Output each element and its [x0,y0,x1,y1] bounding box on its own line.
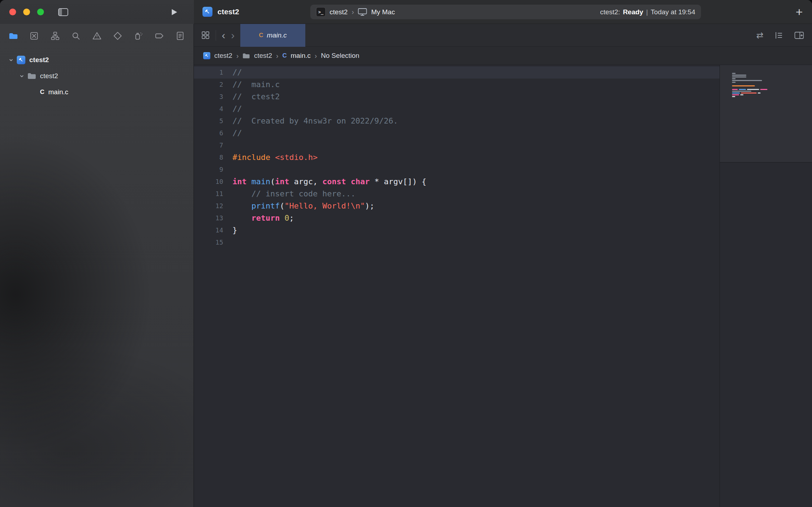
status-project: ctest2: [600,8,620,16]
scheme-destination[interactable]: My Mac [371,8,395,16]
close-window-button[interactable] [9,9,16,15]
scheme-target-icon[interactable]: >_ [316,7,326,17]
chevron-down-icon[interactable] [9,57,14,62]
line-number: 10 [194,176,230,188]
navigator-sidebar: ctest2 ctest2 C main.c [0,24,194,507]
play-icon [170,8,178,16]
code-line[interactable]: 2// main.c [194,79,720,91]
go-forward-button[interactable]: › [231,30,235,41]
jumpbar-file[interactable]: main.c [291,52,311,60]
code-text: // [230,127,242,139]
traffic-lights [9,9,44,15]
code-line[interactable]: 9 [194,164,720,176]
editor-options-icon[interactable] [774,31,783,40]
editor-actions: ⇄ [756,30,804,40]
project-tree: ctest2 ctest2 C main.c [0,47,194,100]
line-number: 2 [194,79,230,91]
run-button[interactable] [170,8,178,16]
toggle-sidebar-button[interactable] [57,7,69,17]
tree-label-file: main.c [48,88,68,96]
code-line[interactable]: 13 return 0; [194,212,720,224]
line-number: 12 [194,200,230,212]
c-file-icon: C [40,89,44,96]
code-line[interactable]: 11 // insert code here... [194,188,720,200]
tab-main-c[interactable]: C main.c [240,24,305,47]
tree-label-group: ctest2 [40,72,58,80]
tree-row-file-selected[interactable]: C main.c [0,84,194,100]
line-number: 9 [194,164,230,176]
code-text: // Created by 4nsw3r on 2022/9/26. [230,115,398,127]
line-number: 8 [194,151,230,164]
tree-row-project[interactable]: ctest2 [0,52,194,68]
code-line[interactable]: 15 [194,236,720,249]
source-editor[interactable]: 1//2// main.c3// ctest24//5// Created by… [194,65,720,507]
tab-label: main.c [267,31,287,39]
jumpbar-group[interactable]: ctest2 [254,52,272,60]
minimap[interactable] [720,65,812,507]
line-number: 4 [194,103,230,115]
issue-navigator-icon[interactable] [92,31,102,41]
mac-icon [358,8,367,16]
chevron-separator-icon: › [315,52,317,60]
navigator-tab-strip [0,24,194,47]
code-text: int main(int argc, const char * argv[]) … [230,176,426,188]
line-number: 13 [194,212,230,224]
code-line[interactable]: 6// [194,127,720,139]
line-number: 7 [194,139,230,151]
toolbar: ctest2 >_ ctest2 › My Mac ctest2: Ready … [194,0,812,24]
code-line[interactable]: 5// Created by 4nsw3r on 2022/9/26. [194,115,720,127]
tab-bar: ‹ › C main.c ⇄ [194,24,812,47]
editor-grid-icon[interactable] [201,31,210,40]
scheme-target[interactable]: ctest2 [330,8,348,16]
project-navigator-icon[interactable] [9,31,18,41]
test-navigator-icon[interactable] [113,31,122,41]
breakpoint-navigator-icon[interactable] [155,31,164,41]
editor-content: 1//2// main.c3// ctest24//5// Created by… [194,65,812,507]
chevron-separator-icon: › [276,52,279,60]
code-line[interactable]: 8#include <stdio.h> [194,151,720,164]
line-number: 1 [194,66,230,79]
chevron-down-icon[interactable] [19,74,24,79]
jumpbar-selection[interactable]: No Selection [321,52,360,60]
chevron-separator-icon: › [352,8,354,16]
symbol-navigator-icon[interactable] [50,31,60,41]
xcode-window: ctest2 ctest2 C main.c [0,0,812,507]
code-text: // [230,103,242,115]
code-line[interactable]: 4// [194,103,720,115]
zoom-window-button[interactable] [37,9,44,15]
minimize-window-button[interactable] [23,9,30,15]
code-line[interactable]: 7 [194,139,720,151]
activity-status[interactable]: ctest2: Ready | Today at 19:54 [600,8,695,16]
xcode-project-icon [17,56,25,64]
c-file-icon: C [259,32,263,39]
titlebar-left [0,0,194,24]
xcode-project-icon [203,52,210,59]
library-add-button[interactable]: + [796,0,803,24]
jump-bar: ctest2 › ctest2 › C main.c › No Selectio… [194,47,812,65]
add-editor-icon[interactable] [794,31,804,40]
related-items-icon[interactable]: ⇄ [756,30,763,40]
code-text: return 0; [230,212,294,224]
c-file-icon: C [282,52,287,59]
code-line[interactable]: 3// ctest2 [194,91,720,103]
go-back-button[interactable]: ‹ [222,30,225,41]
debug-navigator-icon[interactable] [134,31,143,41]
code-text: // main.c [230,79,280,91]
find-navigator-icon[interactable] [71,31,81,41]
report-navigator-icon[interactable] [175,31,185,41]
tree-row-group[interactable]: ctest2 [0,68,194,84]
code-line[interactable]: 14} [194,224,720,236]
jumpbar-project[interactable]: ctest2 [214,52,232,60]
source-control-navigator-icon[interactable] [29,31,39,41]
line-number: 14 [194,224,230,236]
code-text [230,139,232,151]
code-line[interactable]: 12 printf("Hello, World!\n"); [194,200,720,212]
folder-icon [242,53,250,59]
code-line[interactable]: 1// [194,66,720,79]
sidebar-toggle-icon [57,7,69,17]
code-text: #include <stdio.h> [230,151,317,164]
main-area: ctest2 >_ ctest2 › My Mac ctest2: Ready … [194,0,812,507]
code-line[interactable]: 10int main(int argc, const char * argv[]… [194,176,720,188]
code-text: // ctest2 [230,91,280,103]
status-time: Today at 19:54 [651,8,695,16]
